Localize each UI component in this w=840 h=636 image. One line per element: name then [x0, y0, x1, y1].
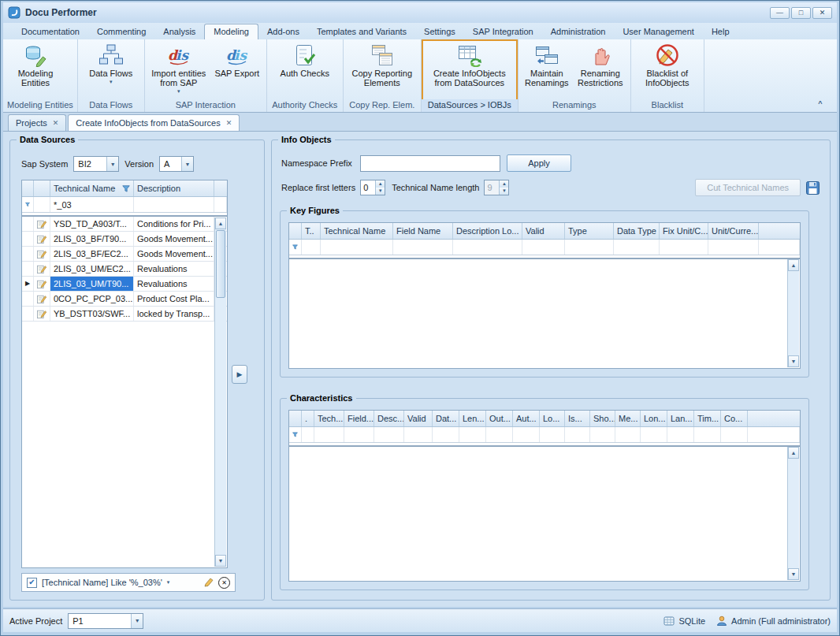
edit-filter-icon[interactable] [203, 578, 214, 588]
menu-tab-add-ons[interactable]: Add-ons [258, 24, 308, 39]
chevron-down-icon[interactable]: ▾ [167, 579, 170, 586]
menu-tab-user-management[interactable]: User Management [614, 24, 703, 39]
column-header[interactable]: Lon... [641, 411, 667, 426]
save-icon[interactable] [805, 180, 820, 195]
column-header[interactable]: Dat... [433, 411, 459, 426]
column-header[interactable]: T.. [302, 223, 321, 239]
column-header[interactable]: Sho... [590, 411, 615, 426]
filter-funnel-icon[interactable] [22, 197, 34, 212]
cell-technical-name[interactable]: YSD_TD_A903/T... [50, 217, 134, 231]
namespace-prefix-input[interactable] [360, 155, 500, 172]
sap-export-button[interactable]: dis SAP Export [210, 41, 264, 99]
database-indicator[interactable]: SQLite [663, 616, 705, 627]
column-header[interactable]: Valid [522, 223, 565, 239]
scroll-up-icon[interactable]: ▲ [215, 218, 226, 229]
minimize-button[interactable]: — [770, 7, 790, 19]
description-filter-cell[interactable] [134, 197, 214, 212]
data-flows-button[interactable]: Data Flows ▾ [80, 41, 142, 99]
vertical-scrollbar[interactable]: ▲ ▼ [787, 259, 799, 367]
scroll-down-icon[interactable]: ▼ [215, 555, 226, 567]
menu-tab-templates-and-variants[interactable]: Templates and Variants [308, 24, 415, 39]
cell-description[interactable]: Goods Movement... [134, 247, 214, 261]
table-row-selected[interactable]: ▶ 2LIS_03_UM/T90... Revaluations [22, 277, 227, 292]
cell-technical-name[interactable]: YB_DSTT03/SWF... [50, 307, 134, 321]
column-header[interactable]: Desc... [374, 411, 404, 426]
cell-description[interactable]: Revaluations [134, 277, 214, 291]
column-header[interactable]: Co... [721, 411, 748, 426]
scroll-up-icon[interactable]: ▲ [788, 447, 799, 459]
chevron-down-icon[interactable]: ▼ [106, 157, 118, 171]
column-header[interactable]: Field... [344, 411, 374, 426]
blacklist-of-infoobjects-button[interactable]: Blacklist of InfoObjects [634, 41, 701, 99]
import-entities-from-sap-button[interactable]: dis Import entities from SAP ▾ [147, 41, 210, 99]
apply-button[interactable]: Apply [507, 154, 571, 172]
auth-checks-button[interactable]: Auth Checks [269, 41, 340, 99]
column-header[interactable]: Description Lo... [453, 223, 522, 239]
table-row[interactable]: YB_DSTT03/SWF... locked by Transp... [22, 307, 227, 322]
column-header[interactable]: Lan... [667, 411, 694, 426]
cell-technical-name[interactable]: 0CO_PC_PCP_03... [50, 292, 134, 306]
replace-first-letters-spinner[interactable]: 0 ▲▼ [360, 180, 385, 195]
table-row[interactable]: 2LIS_03_BF/T90... Goods Movement... [22, 232, 227, 247]
menu-tab-help[interactable]: Help [703, 24, 738, 39]
column-header[interactable]: Field Name [393, 223, 453, 239]
column-header[interactable]: Fix Unit/C... [660, 223, 708, 239]
copy-reporting-elements-button[interactable]: Copy Reporting Elements [346, 41, 418, 99]
version-combo[interactable]: A ▼ [159, 156, 194, 172]
cell-description[interactable]: Product Cost Pla... [134, 292, 214, 306]
menu-tab-sap-integration[interactable]: SAP Integration [464, 24, 542, 39]
modeling-entities-button[interactable]: Modeling Entities [6, 41, 65, 99]
vertical-scrollbar[interactable]: ▲ ▼ [787, 447, 799, 580]
user-indicator[interactable]: Admin (Full administrator) [716, 616, 831, 627]
column-header[interactable]: Technical Name [321, 223, 393, 239]
cell-description[interactable]: Goods Movement... [134, 232, 214, 246]
column-header[interactable]: Data Type [614, 223, 660, 239]
vertical-scrollbar[interactable]: ▲ ▼ [214, 218, 226, 567]
cell-technical-name[interactable]: 2LIS_03_BF/T90... [50, 232, 134, 246]
column-header[interactable]: Is... [565, 411, 590, 426]
menu-tab-administration[interactable]: Administration [542, 24, 615, 39]
menu-tab-analysis[interactable]: Analysis [154, 24, 204, 39]
column-header[interactable]: Len... [459, 411, 486, 426]
menu-tab-settings[interactable]: Settings [415, 24, 464, 39]
cell-description[interactable]: locked by Transp... [134, 307, 214, 321]
cell-description[interactable]: Conditions for Pri... [134, 217, 214, 231]
column-header[interactable]: Me... [615, 411, 641, 426]
column-header[interactable]: Aut... [513, 411, 540, 426]
table-row[interactable]: YSD_TD_A903/T... Conditions for Pri... [22, 217, 227, 232]
menu-tab-commenting[interactable]: Commenting [88, 24, 154, 39]
cell-technical-name[interactable]: 2LIS_03_UM/T90... [50, 277, 134, 291]
scrollbar-thumb[interactable] [216, 230, 225, 298]
scroll-down-icon[interactable]: ▼ [788, 355, 799, 367]
column-header[interactable]: Lo... [540, 411, 565, 426]
column-header[interactable]: Tech... [314, 411, 344, 426]
filter-funnel-icon[interactable] [289, 240, 302, 255]
move-right-button[interactable]: ▶ [232, 365, 247, 384]
scroll-down-icon[interactable]: ▼ [788, 568, 799, 580]
table-row[interactable]: 2LIS_03_BF/EC2... Goods Movement... [22, 247, 227, 262]
cell-technical-name[interactable]: 2LIS_03_BF/EC2... [50, 247, 134, 261]
technical-name-filter-cell[interactable]: *_03 [50, 197, 134, 212]
spin-down-icon[interactable]: ▼ [376, 188, 385, 195]
close-button[interactable]: ✕ [812, 7, 832, 19]
cell-technical-name[interactable]: 2LIS_03_UM/EC2... [50, 262, 134, 276]
create-infoobjects-from-datasources-button[interactable]: Create InfoObjects from DataSources [424, 41, 515, 99]
scroll-up-icon[interactable]: ▲ [788, 259, 799, 271]
sap-system-combo[interactable]: BI2 ▼ [73, 156, 119, 172]
technical-name-column-header[interactable]: Technical Name [50, 180, 134, 196]
column-header[interactable]: Unit/Curre... [708, 223, 759, 239]
column-header[interactable]: . [302, 411, 314, 426]
column-header[interactable]: Tim... [694, 411, 721, 426]
maintain-renamings-button[interactable]: Maintain Renamings [521, 41, 573, 99]
filter-enabled-checkbox[interactable]: ✔ [27, 578, 37, 588]
chevron-down-icon[interactable]: ▼ [181, 157, 193, 171]
tab-projects[interactable]: Projects ✕ [8, 114, 66, 131]
tab-close-icon[interactable]: ✕ [226, 120, 232, 127]
filter-funnel-icon[interactable] [122, 185, 130, 192]
chevron-down-icon[interactable]: ▼ [131, 614, 143, 628]
menu-tab-modeling[interactable]: Modeling [204, 24, 258, 39]
ribbon-collapse-button[interactable]: ^ [813, 99, 827, 110]
renaming-restrictions-button[interactable]: Renaming Restrictions [573, 41, 628, 99]
column-header[interactable]: Type [565, 223, 614, 239]
table-row[interactable]: 0CO_PC_PCP_03... Product Cost Pla... [22, 292, 227, 307]
